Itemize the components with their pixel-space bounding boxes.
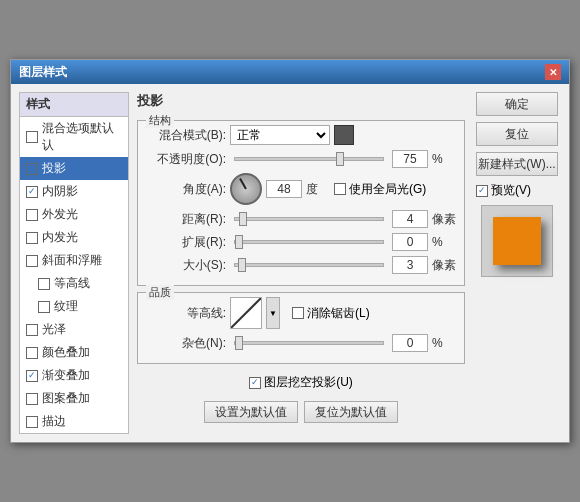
angle-label: 角度(A): xyxy=(146,181,226,198)
sidebar-item-label: 内发光 xyxy=(42,229,78,246)
distance-label: 距离(R): xyxy=(146,211,226,228)
noise-row: 杂色(N): % xyxy=(146,334,456,352)
dialog-body: 样式 混合选项默认认投影内阴影外发光内发光斜面和浮雕等高线纹理光泽颜色叠加渐变叠… xyxy=(11,84,569,442)
sidebar-item[interactable]: 内阴影 xyxy=(20,180,128,203)
sidebar-item[interactable]: 图案叠加 xyxy=(20,387,128,410)
layer-knockout-check-box xyxy=(249,377,261,389)
sidebar-item-label: 颜色叠加 xyxy=(42,344,90,361)
angle-unit: 度 xyxy=(306,181,330,198)
sidebar-item[interactable]: 外发光 xyxy=(20,203,128,226)
sidebar-item-label: 光泽 xyxy=(42,321,66,338)
spread-label: 扩展(R): xyxy=(146,234,226,251)
bottom-buttons: 设置为默认值 复位为默认值 xyxy=(137,401,465,423)
contour-label: 等高线: xyxy=(146,305,226,322)
sidebar-item[interactable]: 混合选项默认认 xyxy=(20,117,128,157)
blend-mode-select[interactable]: 正常 xyxy=(230,125,330,145)
global-light-checkbox[interactable]: 使用全局光(G) xyxy=(334,181,426,198)
sidebar-checkbox xyxy=(26,232,38,244)
sidebar-checkbox xyxy=(26,416,38,428)
layer-knockout-label: 图层挖空投影(U) xyxy=(264,374,353,391)
sidebar-item-label: 等高线 xyxy=(54,275,90,292)
sidebar-checkbox xyxy=(38,278,50,290)
sidebar-checkbox xyxy=(26,131,38,143)
sidebar-checkbox xyxy=(26,370,38,382)
sidebar-checkbox xyxy=(38,301,50,313)
sidebar-item[interactable]: 内发光 xyxy=(20,226,128,249)
distance-row: 距离(R): 像素 xyxy=(146,210,456,228)
sidebar-item-label: 图案叠加 xyxy=(42,390,90,407)
angle-row: 角度(A): 度 使用全局光(G) xyxy=(146,173,456,205)
section-title: 投影 xyxy=(137,92,465,110)
sidebar-item[interactable]: 斜面和浮雕 xyxy=(20,249,128,272)
structure-group-label: 结构 xyxy=(146,113,174,128)
sidebar-item[interactable]: 描边 xyxy=(20,410,128,433)
distance-slider[interactable] xyxy=(234,217,384,221)
sidebar-item-label: 内阴影 xyxy=(42,183,78,200)
spread-unit: % xyxy=(432,235,456,249)
reset-default-button[interactable]: 复位为默认值 xyxy=(304,401,398,423)
sidebar-item-label: 纹理 xyxy=(54,298,78,315)
sidebar-checkbox xyxy=(26,393,38,405)
opacity-input[interactable] xyxy=(392,150,428,168)
ok-button[interactable]: 确定 xyxy=(476,92,558,116)
styles-title: 样式 xyxy=(20,93,128,117)
layer-style-dialog: 图层样式 ✕ 样式 混合选项默认认投影内阴影外发光内发光斜面和浮雕等高线纹理光泽… xyxy=(10,59,570,443)
spread-row: 扩展(R): % xyxy=(146,233,456,251)
contour-row: 等高线: ▼ 消除锯齿(L) xyxy=(146,297,456,329)
noise-slider[interactable] xyxy=(234,341,384,345)
sidebar-item[interactable]: 投影 xyxy=(20,157,128,180)
sidebar-checkbox xyxy=(26,163,38,175)
spread-input[interactable] xyxy=(392,233,428,251)
close-button[interactable]: ✕ xyxy=(545,64,561,80)
distance-input[interactable] xyxy=(392,210,428,228)
sidebar-item[interactable]: 渐变叠加 xyxy=(20,364,128,387)
sidebar-checkbox xyxy=(26,324,38,336)
right-panel: 确定 复位 新建样式(W)... 预览(V) xyxy=(473,92,561,434)
preview-check-box[interactable] xyxy=(476,185,488,197)
sidebar-item-label: 渐变叠加 xyxy=(42,367,90,384)
noise-unit: % xyxy=(432,336,456,350)
structure-group: 结构 混合模式(B): 正常 不透明度(O): % xyxy=(137,120,465,286)
sidebar-item-label: 混合选项默认认 xyxy=(42,120,122,154)
layer-knockout-row: 图层挖空投影(U) xyxy=(137,374,465,391)
set-default-button[interactable]: 设置为默认值 xyxy=(204,401,298,423)
angle-input[interactable] xyxy=(266,180,302,198)
left-panel: 样式 混合选项默认认投影内阴影外发光内发光斜面和浮雕等高线纹理光泽颜色叠加渐变叠… xyxy=(19,92,129,434)
preview-label: 预览(V) xyxy=(491,182,531,199)
spread-slider[interactable] xyxy=(234,240,384,244)
sidebar-item-label: 描边 xyxy=(42,413,66,430)
global-light-check-box xyxy=(334,183,346,195)
dialog-title: 图层样式 xyxy=(19,64,67,81)
anti-alias-checkbox[interactable]: 消除锯齿(L) xyxy=(292,305,370,322)
opacity-unit: % xyxy=(432,152,456,166)
preview-box xyxy=(481,205,553,277)
sidebar-item[interactable]: 光泽 xyxy=(20,318,128,341)
sidebar-item[interactable]: 纹理 xyxy=(20,295,128,318)
contour-preview[interactable] xyxy=(230,297,262,329)
sidebar-item[interactable]: 等高线 xyxy=(20,272,128,295)
reset-button[interactable]: 复位 xyxy=(476,122,558,146)
distance-unit: 像素 xyxy=(432,211,456,228)
sidebar-item-label: 投影 xyxy=(42,160,66,177)
size-unit: 像素 xyxy=(432,257,456,274)
size-input[interactable] xyxy=(392,256,428,274)
noise-input[interactable] xyxy=(392,334,428,352)
size-slider[interactable] xyxy=(234,263,384,267)
sidebar-checkbox xyxy=(26,186,38,198)
quality-group: 品质 等高线: ▼ 消除锯齿(L) xyxy=(137,292,465,364)
sidebar-checkbox xyxy=(26,255,38,267)
new-style-button[interactable]: 新建样式(W)... xyxy=(476,152,558,176)
blend-color-swatch[interactable] xyxy=(334,125,354,145)
noise-label: 杂色(N): xyxy=(146,335,226,352)
anti-alias-check-box xyxy=(292,307,304,319)
opacity-slider[interactable] xyxy=(234,157,384,161)
dial-needle xyxy=(239,178,247,189)
sidebar-item-label: 斜面和浮雕 xyxy=(42,252,102,269)
angle-dial[interactable] xyxy=(230,173,262,205)
opacity-label: 不透明度(O): xyxy=(146,151,226,168)
layer-knockout-checkbox[interactable]: 图层挖空投影(U) xyxy=(249,374,353,391)
sidebar-item[interactable]: 颜色叠加 xyxy=(20,341,128,364)
contour-dropdown-btn[interactable]: ▼ xyxy=(266,297,280,329)
preview-inner xyxy=(493,217,541,265)
anti-alias-label: 消除锯齿(L) xyxy=(307,305,370,322)
